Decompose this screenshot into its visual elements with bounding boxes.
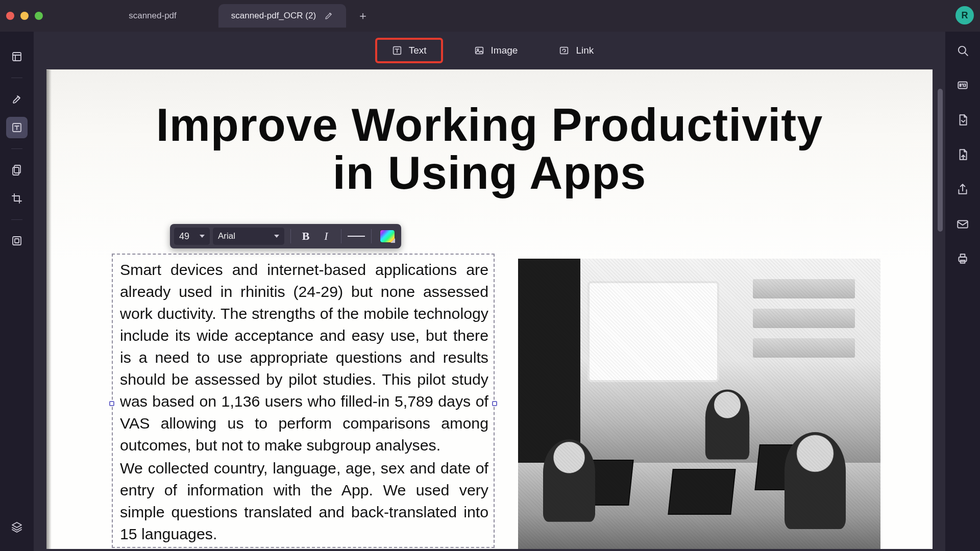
- save-file-icon: [956, 148, 969, 161]
- svg-rect-5: [15, 239, 19, 243]
- document-title: Improve Working Productivity in Using Ap…: [46, 102, 933, 197]
- svg-rect-14: [961, 254, 965, 257]
- avatar-initial: R: [962, 10, 968, 21]
- font-family-value: Arial: [218, 231, 235, 241]
- app-frame: Text Image Link Improve Working Producti…: [0, 32, 980, 551]
- mail-icon: [956, 217, 969, 231]
- convert-file-icon: [956, 113, 969, 127]
- left-sidebar: [0, 32, 34, 551]
- toolbar-link-button[interactable]: Link: [548, 39, 604, 62]
- scrollbar-thumb[interactable]: [938, 89, 943, 232]
- document-stage: Improve Working Productivity in Using Ap…: [34, 69, 945, 551]
- paragraph-1: Smart devices and internet-based applica…: [120, 259, 488, 456]
- crop-icon: [11, 192, 23, 205]
- document-image[interactable]: [518, 259, 880, 549]
- search-button[interactable]: [954, 42, 971, 59]
- window-maximize-dot[interactable]: [35, 12, 43, 20]
- sidebar-divider: [11, 78, 22, 78]
- sidebar-pages-button[interactable]: [6, 159, 28, 181]
- svg-rect-12: [958, 221, 968, 228]
- paragraph-2: We collected country, language, age, sex…: [120, 457, 488, 545]
- font-size-value: 49: [179, 231, 189, 242]
- share-icon: [956, 183, 969, 196]
- page-copy-icon: [11, 164, 23, 176]
- text-color-button[interactable]: [380, 230, 395, 243]
- sidebar-watermark-button[interactable]: [6, 230, 28, 252]
- new-tab-button[interactable]: ＋: [355, 8, 371, 23]
- svg-rect-4: [13, 237, 21, 245]
- font-family-select[interactable]: Arial: [213, 228, 284, 245]
- edit-text-icon: [11, 121, 23, 134]
- edit-toolbar: Text Image Link: [34, 32, 945, 69]
- text-format-toolbar: 49 Arial B I: [170, 224, 401, 248]
- tab-label: scanned-pdf: [129, 11, 177, 21]
- avatar[interactable]: R: [955, 6, 974, 24]
- sidebar-layers-button[interactable]: [6, 516, 28, 538]
- toolbar-image-button[interactable]: Image: [463, 39, 528, 62]
- search-icon: [956, 44, 969, 57]
- highlighter-icon: [11, 93, 23, 105]
- svg-rect-0: [13, 53, 21, 61]
- sidebar-crop-button[interactable]: [6, 188, 28, 209]
- image-tool-icon: [474, 45, 485, 56]
- svg-rect-3: [13, 167, 19, 175]
- toolbar-text-label: Text: [409, 45, 427, 56]
- toolbar-text-button[interactable]: Text: [375, 38, 443, 63]
- link-tool-icon: [558, 45, 570, 56]
- chevron-down-icon: [200, 235, 205, 238]
- print-button[interactable]: [954, 250, 971, 267]
- chevron-down-icon: [274, 235, 279, 238]
- center-column: Text Image Link Improve Working Producti…: [34, 32, 945, 551]
- convert-button[interactable]: [954, 111, 971, 129]
- toolbar-image-label: Image: [491, 45, 518, 56]
- svg-rect-9: [560, 47, 568, 54]
- share-button[interactable]: [954, 181, 971, 198]
- resize-handle-left[interactable]: [109, 401, 114, 406]
- thumbnails-icon: [11, 51, 23, 63]
- bold-button[interactable]: B: [297, 228, 314, 245]
- window-traffic-lights: [6, 12, 43, 20]
- sidebar-divider: [11, 148, 22, 149]
- print-icon: [956, 252, 969, 265]
- window-minimize-dot[interactable]: [20, 12, 29, 20]
- sidebar-highlight-button[interactable]: [6, 88, 28, 110]
- save-button[interactable]: [954, 146, 971, 163]
- italic-button[interactable]: I: [317, 228, 335, 245]
- font-size-select[interactable]: 49: [174, 228, 210, 245]
- ocr-icon: [956, 79, 969, 92]
- text-tool-icon: [391, 45, 403, 56]
- tab-scanned-pdf-ocr[interactable]: scanned-pdf_OCR (2): [218, 4, 346, 28]
- sidebar-edit-text-button[interactable]: [6, 117, 28, 138]
- vertical-scrollbar[interactable]: [937, 70, 943, 551]
- layers-icon: [11, 521, 23, 533]
- document-page[interactable]: Improve Working Productivity in Using Ap…: [46, 69, 933, 549]
- window-titlebar: scanned-pdf scanned-pdf_OCR (2) ＋ R: [0, 0, 980, 32]
- sidebar-divider: [11, 219, 22, 220]
- toolbar-divider: [341, 229, 341, 243]
- svg-rect-7: [475, 47, 483, 54]
- toolbar-link-label: Link: [576, 45, 594, 56]
- title-line-2: in Using Apps: [333, 147, 647, 198]
- right-sidebar: [945, 32, 980, 551]
- toolbar-divider: [290, 229, 291, 243]
- toolbar-divider: [371, 229, 372, 243]
- dropdown-corner-icon: [390, 238, 395, 243]
- title-line-1: Improve Working Productivity: [156, 99, 823, 151]
- resize-handle-right[interactable]: [492, 401, 497, 406]
- mail-button[interactable]: [954, 215, 971, 233]
- window-close-dot[interactable]: [6, 12, 14, 20]
- edit-icon: [324, 11, 333, 20]
- tab-scanned-pdf[interactable]: scanned-pdf: [89, 4, 216, 28]
- tab-label: scanned-pdf_OCR (2): [231, 11, 316, 21]
- watermark-icon: [11, 235, 23, 247]
- align-button[interactable]: [348, 228, 365, 245]
- tab-strip: scanned-pdf scanned-pdf_OCR (2) ＋: [89, 0, 371, 32]
- svg-rect-2: [14, 165, 20, 173]
- selected-text-block[interactable]: Smart devices and internet-based applica…: [112, 254, 495, 548]
- sidebar-thumbnails-button[interactable]: [6, 46, 28, 67]
- ocr-button[interactable]: [954, 77, 971, 94]
